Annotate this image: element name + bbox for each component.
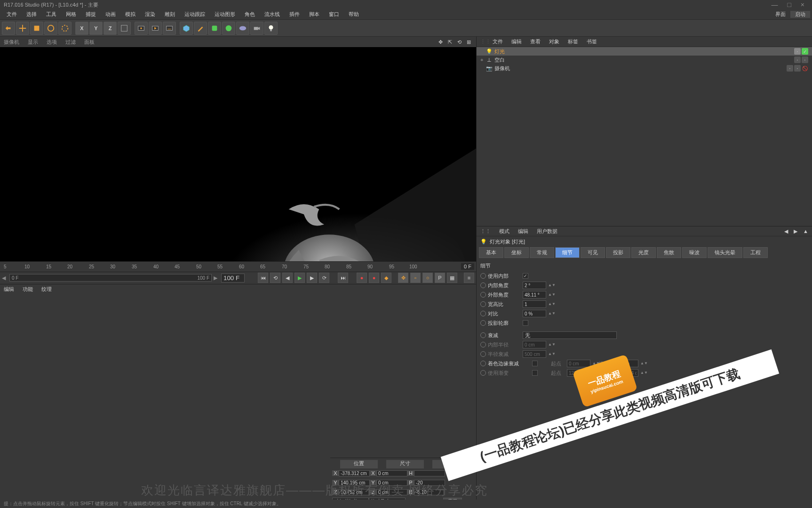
checkbox[interactable] bbox=[532, 361, 538, 366]
rot-h-input[interactable] bbox=[414, 470, 445, 476]
spinner-icon[interactable]: ▲▼ bbox=[548, 312, 553, 315]
tab-basic[interactable]: 基本 bbox=[479, 247, 503, 258]
menu-tools[interactable]: 工具 bbox=[41, 11, 61, 18]
vp-rotate-icon[interactable]: ⟲ bbox=[455, 38, 463, 46]
tab-visibility[interactable]: 可见 bbox=[581, 247, 605, 258]
play-forward-button[interactable]: ⟳ bbox=[319, 273, 329, 283]
dropdown[interactable]: 无 bbox=[523, 331, 617, 339]
axis-x-button[interactable]: X bbox=[75, 22, 88, 35]
anim-dot[interactable] bbox=[480, 342, 486, 347]
spinner-icon[interactable]: ▲▼ bbox=[640, 371, 645, 375]
render-flag[interactable]: · bbox=[802, 56, 808, 63]
spinner-icon[interactable]: ▲▼ bbox=[548, 293, 553, 297]
menu-tracker[interactable]: 运动跟踪 bbox=[180, 11, 210, 18]
scale-tool[interactable] bbox=[30, 22, 43, 35]
menu-sculpt[interactable]: 雕刻 bbox=[160, 11, 180, 18]
menu-select[interactable]: 选择 bbox=[22, 11, 41, 18]
tab-caustics[interactable]: 焦散 bbox=[657, 247, 681, 258]
anim-dot[interactable] bbox=[480, 282, 486, 288]
vp-tab-panel[interactable]: 面板 bbox=[84, 39, 95, 46]
pen-tool-button[interactable] bbox=[194, 22, 207, 35]
value-input[interactable] bbox=[523, 300, 546, 308]
attr-edit[interactable]: 编辑 bbox=[518, 228, 528, 235]
value-input[interactable] bbox=[523, 291, 546, 298]
object-row-camera[interactable]: 📷 摄像机 · · 🚫 bbox=[477, 64, 812, 73]
menu-render[interactable]: 渲染 bbox=[140, 11, 160, 18]
object-row-null[interactable]: + ⊥ 空白 · · bbox=[477, 56, 812, 64]
deformer-button[interactable] bbox=[222, 22, 235, 35]
spinner-icon[interactable]: ▲▼ bbox=[548, 352, 553, 356]
anim-dot[interactable] bbox=[480, 320, 486, 326]
tab-details[interactable]: 细节 bbox=[555, 247, 580, 258]
object-row-light[interactable]: 💡 灯光 · ✓ bbox=[477, 47, 812, 56]
object-name[interactable]: 灯光 bbox=[494, 48, 532, 55]
menu-simulate[interactable]: 模拟 bbox=[120, 11, 140, 18]
tab-coord[interactable]: 坐标 bbox=[504, 247, 529, 258]
camera-button[interactable] bbox=[250, 22, 263, 35]
generator-button[interactable] bbox=[208, 22, 221, 35]
expand-icon[interactable]: + bbox=[480, 57, 486, 63]
slider-left-icon[interactable]: ◀ bbox=[2, 275, 8, 281]
obj-edit[interactable]: 编辑 bbox=[511, 38, 522, 45]
grip-icon[interactable]: ⋮⋮ bbox=[480, 39, 484, 45]
grip-icon[interactable]: ⋮⋮ bbox=[480, 228, 491, 234]
obj-bookmarks[interactable]: 书签 bbox=[587, 38, 597, 45]
object-name[interactable]: 摄像机 bbox=[494, 65, 532, 72]
axis-z-button[interactable]: Z bbox=[103, 22, 117, 35]
play-button[interactable]: ▶ bbox=[295, 273, 305, 283]
anim-dot[interactable] bbox=[480, 351, 486, 357]
anim-dot[interactable] bbox=[480, 370, 486, 376]
slider-right-icon[interactable]: ▶ bbox=[214, 275, 219, 281]
menu-start[interactable]: 启动 bbox=[790, 11, 810, 18]
vp-tab-camera[interactable]: 摄像机 bbox=[4, 39, 19, 46]
render-flag[interactable]: ✓ bbox=[802, 48, 808, 55]
frame-end-input[interactable] bbox=[221, 274, 245, 282]
checkbox[interactable] bbox=[523, 320, 528, 326]
menu-window[interactable]: 窗口 bbox=[324, 11, 344, 18]
tab-general[interactable]: 常规 bbox=[530, 247, 554, 258]
menu-layout[interactable]: 界面 bbox=[771, 11, 790, 18]
tab-noise[interactable]: 噪波 bbox=[682, 247, 707, 258]
checkbox[interactable] bbox=[532, 370, 538, 376]
menu-pipeline[interactable]: 流水线 bbox=[260, 11, 285, 18]
vp-tab-filter[interactable]: 过滤 bbox=[65, 39, 76, 46]
render-flag[interactable]: · bbox=[794, 65, 801, 72]
render-view-button[interactable] bbox=[135, 22, 148, 35]
render-pv-button[interactable] bbox=[149, 22, 162, 35]
checkbox[interactable]: ✓ bbox=[523, 273, 528, 279]
obj-view[interactable]: 查看 bbox=[530, 38, 541, 45]
obj-objects[interactable]: 对象 bbox=[549, 38, 559, 45]
range-slider[interactable]: 0 F 100 F bbox=[9, 274, 212, 282]
protect-tag-icon[interactable]: 🚫 bbox=[802, 65, 808, 72]
dopesheet-button[interactable]: ≡ bbox=[464, 273, 474, 283]
tab-shadow[interactable]: 投影 bbox=[606, 247, 630, 258]
menu-mesh[interactable]: 网格 bbox=[61, 11, 81, 18]
menu-mograph[interactable]: 运动图形 bbox=[210, 11, 240, 18]
coord-system-button[interactable] bbox=[118, 22, 131, 35]
obj-file[interactable]: 文件 bbox=[493, 38, 503, 45]
light-button[interactable] bbox=[264, 22, 278, 35]
anim-dot[interactable] bbox=[480, 361, 486, 366]
visibility-flag[interactable]: · bbox=[787, 65, 793, 72]
attr-userdata[interactable]: 用户数据 bbox=[537, 228, 557, 235]
value-input[interactable] bbox=[523, 310, 546, 317]
mat-texture[interactable]: 纹理 bbox=[41, 286, 52, 293]
vp-pan-icon[interactable]: ✥ bbox=[437, 38, 444, 46]
object-tree[interactable]: 💡 灯光 · ✓ + ⊥ 空白 · · 📷 摄像机 bbox=[477, 47, 812, 226]
mat-edit[interactable]: 编辑 bbox=[4, 286, 14, 293]
vp-tab-options[interactable]: 选项 bbox=[47, 39, 57, 46]
next-frame-button[interactable]: ▶ bbox=[307, 273, 317, 283]
axis-y-button[interactable]: Y bbox=[89, 22, 103, 35]
pos-x-input[interactable] bbox=[339, 470, 370, 476]
attr-back-icon[interactable]: ◀ bbox=[784, 228, 788, 234]
attr-fwd-icon[interactable]: ▶ bbox=[794, 228, 797, 234]
key-rot-button[interactable]: ○ bbox=[422, 273, 433, 283]
loop-button[interactable]: ⟲ bbox=[270, 273, 280, 283]
mat-function[interactable]: 功能 bbox=[23, 286, 33, 293]
cube-primitive-button[interactable] bbox=[180, 22, 193, 35]
environment-button[interactable] bbox=[236, 22, 249, 35]
goto-end-button[interactable]: ⏭ bbox=[338, 273, 348, 283]
value-input[interactable] bbox=[523, 341, 546, 348]
key-param-button[interactable]: P bbox=[435, 273, 445, 283]
anim-dot[interactable] bbox=[480, 301, 486, 307]
